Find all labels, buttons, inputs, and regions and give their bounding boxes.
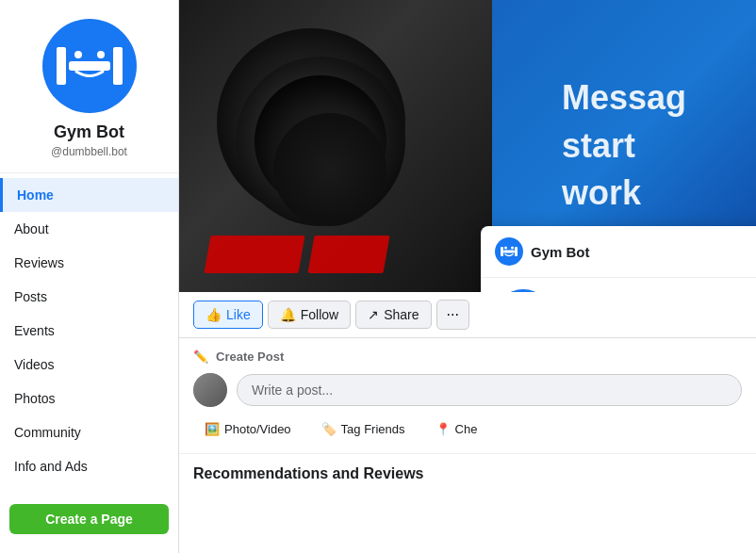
popup-info-row: 169 people like this Health/Beauty <box>495 289 756 292</box>
popup-title: Gym Bot <box>531 244 590 260</box>
svg-point-12 <box>504 247 507 250</box>
photo-video-label: Photo/Video <box>224 422 291 436</box>
post-actions: 🖼️ Photo/Video 🏷️ Tag Friends 📍 Che <box>193 416 742 442</box>
sidebar-item-events[interactable]: Events <box>0 314 178 348</box>
svg-rect-11 <box>503 251 515 253</box>
action-bar: 👍 Like 🔔 Follow ↗ Share ··· <box>179 292 756 338</box>
composer-avatar <box>193 373 227 407</box>
tag-friends-label: Tag Friends <box>341 422 405 436</box>
profile-handle: @dumbbell.bot <box>51 145 127 158</box>
svg-rect-6 <box>69 61 110 71</box>
photo-icon: 🖼️ <box>205 422 220 436</box>
follow-button[interactable]: 🔔 Follow <box>268 301 351 329</box>
tag-icon: 🏷️ <box>321 422 337 436</box>
cover-left <box>179 0 492 292</box>
svg-point-7 <box>74 51 82 58</box>
sidebar-item-reviews[interactable]: Reviews <box>0 246 178 280</box>
post-composer: Write a post... <box>193 373 742 407</box>
photo-video-button[interactable]: 🖼️ Photo/Video <box>193 416 303 442</box>
profile-name: Gym Bot <box>54 122 124 142</box>
popup-page-icon <box>495 237 523 266</box>
svg-rect-3 <box>113 47 123 85</box>
sidebar-item-videos[interactable]: Videos <box>0 348 178 382</box>
reviews-title: Recommendations and Reviews <box>193 465 742 482</box>
like-label: Like <box>226 307 251 322</box>
svg-rect-10 <box>515 247 518 256</box>
popup-body: 169 people like this Health/Beauty 💬 Typ… <box>481 278 756 292</box>
sidebar-nav: Home About Reviews Posts Events Videos P… <box>0 173 178 495</box>
share-icon: ↗ <box>368 307 379 322</box>
popup-overlay: Gym Bot × <box>481 226 756 292</box>
sidebar-profile: Gym Bot @dumbbell.bot <box>0 0 178 173</box>
reviews-section: Recommendations and Reviews <box>179 454 756 553</box>
profile-avatar <box>42 19 137 113</box>
sidebar-item-home[interactable]: Home <box>0 178 178 212</box>
create-post-label: Create Post <box>216 350 284 364</box>
popup-avatar <box>495 289 551 292</box>
sidebar-item-posts[interactable]: Posts <box>0 280 178 314</box>
cover-line-2: start <box>562 122 686 170</box>
sidebar-item-info-and-ads[interactable]: Info and Ads <box>0 449 178 483</box>
create-post-header: ✏️ Create Post <box>193 350 742 364</box>
svg-rect-5 <box>117 70 123 77</box>
svg-rect-9 <box>501 247 503 256</box>
check-in-label: Che <box>455 422 478 436</box>
follow-icon: 🔔 <box>280 307 296 322</box>
sidebar-item-photos[interactable]: Photos <box>0 382 178 415</box>
pencil-icon: ✏️ <box>193 350 208 364</box>
check-in-button[interactable]: 📍 Che <box>424 416 489 442</box>
popup-left: 169 people like this Health/Beauty 💬 Typ… <box>481 278 756 292</box>
sidebar: Gym Bot @dumbbell.bot Home About Reviews… <box>0 0 179 553</box>
tag-friends-button[interactable]: 🏷️ Tag Friends <box>310 416 417 442</box>
post-area: ✏️ Create Post Write a post... 🖼️ Photo/… <box>179 338 756 454</box>
more-button[interactable]: ··· <box>436 300 469 330</box>
cover-line-3: work <box>562 170 686 217</box>
like-icon: 👍 <box>205 307 222 322</box>
svg-rect-1 <box>57 55 62 62</box>
checkin-icon: 📍 <box>436 422 451 436</box>
create-page-button[interactable]: Create a Page <box>9 504 169 534</box>
svg-point-8 <box>97 51 105 58</box>
popup-header: Gym Bot × <box>481 226 756 278</box>
sidebar-item-community[interactable]: Community <box>0 415 178 449</box>
like-button[interactable]: 👍 Like <box>193 301 263 329</box>
share-button[interactable]: ↗ Share <box>355 301 431 329</box>
sidebar-item-about[interactable]: About <box>0 212 178 246</box>
svg-rect-4 <box>117 55 123 62</box>
follow-label: Follow <box>301 307 338 322</box>
share-label: Share <box>384 307 419 322</box>
svg-rect-2 <box>57 70 62 77</box>
cover-area: Messag start work <box>179 0 756 292</box>
cover-line-1: Messag <box>562 74 686 122</box>
post-input[interactable]: Write a post... <box>237 374 742 406</box>
svg-rect-0 <box>57 47 66 85</box>
cover-text: Messag start work <box>543 56 705 236</box>
svg-point-13 <box>511 247 514 250</box>
main-content: Messag start work <box>179 0 756 553</box>
